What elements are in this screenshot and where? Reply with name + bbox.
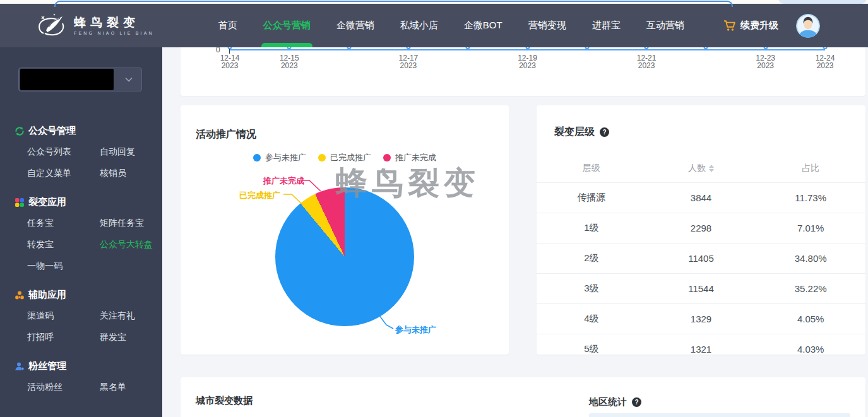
sidebar-section-粉丝管理: 粉丝管理活动粉丝黑名单 [0, 360, 162, 393]
table-cell: 1329 [646, 303, 756, 334]
table-cell: 11405 [646, 243, 756, 273]
cutoff-blue-button [778, 0, 867, 4]
sidebar-item-公众号大转盘[interactable]: 公众号大转盘 [100, 239, 162, 250]
table-row: 传播源384411.73% [537, 182, 865, 213]
sidebar-section-header: 公众号管理 [0, 125, 162, 137]
nav-item-营销变现[interactable]: 营销变现 [528, 4, 566, 47]
table-row: 3级1154435.22% [537, 273, 865, 303]
table-cell: 35.22% [756, 273, 865, 303]
logo-title: 蜂鸟裂变 [74, 16, 154, 30]
sidebar-section-items: 公众号列表自动回复自定义菜单核销员 [27, 146, 162, 179]
city-data-title: 城市裂变数据 [196, 395, 253, 407]
renew-upgrade-button[interactable]: 续费升级 [723, 20, 778, 32]
sidebar-section-辅助应用: 辅助应用渠道码关注有礼打招呼群发宝 [0, 289, 162, 343]
table-cell: 3844 [646, 182, 756, 213]
account-selector[interactable] [18, 68, 142, 91]
region-stats-title: 地区统计 ? [589, 396, 641, 408]
sidebar-item-核销员[interactable]: 核销员 [100, 168, 162, 179]
pie-label-not-promoted: 参与未推广 [395, 324, 436, 336]
column-header-层级: 层级 [537, 155, 646, 182]
legend-label: 推广未完成 [395, 152, 436, 163]
table-row: 5级13214.03% [537, 334, 865, 355]
table-row: 4级13294.05% [537, 303, 865, 334]
promotion-pie-card: 活动推广情况 参与未推广已完成推广推广未完成 推广未完成 已完成推广 参与未推广… [181, 105, 509, 355]
group-icon [15, 290, 25, 300]
x-tick-12-17: 12-172023 [388, 54, 429, 69]
region-table-header-bar [589, 413, 850, 417]
sidebar-sections: 公众号管理公众号列表自动回复自定义菜单核销员裂变应用任务宝矩阵任务宝转发宝公众号… [0, 108, 162, 393]
legend-item-推广未完成[interactable]: 推广未完成 [383, 152, 436, 163]
pie-label-completed: 已完成推广 [239, 190, 280, 201]
x-tick-12-19: 12-192023 [508, 54, 548, 69]
legend-item-已完成推广[interactable]: 已完成推广 [318, 152, 371, 163]
table-row: 1级22987.01% [537, 213, 865, 243]
help-icon[interactable]: ? [632, 397, 641, 407]
region-stats-title-text: 地区统计 [589, 396, 627, 408]
x-tick-12-21: 12-212023 [626, 54, 667, 69]
legend-dot [383, 154, 391, 162]
apps-icon [15, 197, 25, 208]
logo-text: 蜂鸟裂变 FENG NIAO LIE BIAN [74, 16, 154, 35]
sidebar-item-转发宝[interactable]: 转发宝 [27, 239, 100, 250]
sidebar-item-自动回复[interactable]: 自动回复 [100, 146, 162, 158]
app-screen: 蜂鸟裂变 FENG NIAO LIE BIAN 首页公众号营销企微营销私域小店企… [0, 0, 868, 417]
table-cell: 1级 [537, 213, 646, 243]
sidebar-item-活动粉丝[interactable]: 活动粉丝 [27, 382, 100, 393]
sidebar-item-一物一码[interactable]: 一物一码 [27, 261, 100, 272]
legend-dot [253, 154, 261, 162]
column-header-占比: 占比 [756, 155, 865, 182]
pie-label-incomplete: 推广未完成 [263, 175, 304, 187]
fission-level-title-text: 裂变层级 [554, 126, 595, 139]
sidebar-item-渠道码[interactable]: 渠道码 [27, 310, 100, 322]
nav-item-进群宝[interactable]: 进群宝 [592, 4, 621, 47]
account-selector-value [20, 69, 114, 90]
top-navbar: 蜂鸟裂变 FENG NIAO LIE BIAN 首页公众号营销企微营销私域小店企… [0, 4, 868, 47]
sidebar-section-title: 公众号管理 [28, 125, 76, 137]
sidebar-item-关注有礼[interactable]: 关注有礼 [100, 310, 162, 322]
pie-legend: 参与未推广已完成推广推广未完成 [181, 152, 509, 163]
trend-chart-card: 0 12-14202312-15202312-17202312-19202312… [181, 47, 865, 96]
table-header-row: 层级人数占比 [537, 155, 865, 182]
sidebar-item-公众号列表[interactable]: 公众号列表 [27, 146, 100, 158]
column-header-人数[interactable]: 人数 [646, 155, 756, 182]
nav-item-私域小店[interactable]: 私域小店 [400, 4, 438, 47]
sidebar-item-矩阵任务宝[interactable]: 矩阵任务宝 [100, 218, 162, 229]
nav-menu: 首页公众号营销企微营销私域小店企微BOT营销变现进群宝互动营销 [218, 4, 684, 47]
sidebar-item-任务宝[interactable]: 任务宝 [27, 218, 100, 229]
sidebar-section-title: 裂变应用 [28, 196, 66, 208]
sidebar-section-title: 辅助应用 [28, 289, 66, 301]
sidebar-section-title: 粉丝管理 [28, 360, 66, 372]
legend-item-参与未推广[interactable]: 参与未推广 [253, 152, 306, 163]
table-cell: 7.01% [756, 213, 865, 243]
sidebar-section-header: 粉丝管理 [0, 360, 162, 372]
nav-right: 续费升级 [723, 14, 820, 38]
chevron-down-icon [125, 77, 133, 82]
user-avatar[interactable] [796, 14, 820, 38]
sidebar-item-自定义菜单[interactable]: 自定义菜单 [27, 168, 100, 179]
sidebar-section-items: 渠道码关注有礼打招呼群发宝 [27, 310, 162, 343]
fission-level-table: 层级人数占比 传播源384411.73%1级22987.01%2级1140534… [537, 155, 865, 355]
sidebar-item-黑名单[interactable]: 黑名单 [100, 382, 162, 393]
nav-item-首页[interactable]: 首页 [218, 4, 237, 47]
table-cell: 4级 [537, 303, 646, 334]
promotion-pie-chart[interactable] [275, 187, 414, 326]
sidebar-section-header: 裂变应用 [0, 196, 162, 208]
nav-item-企微营销[interactable]: 企微营销 [336, 4, 374, 47]
promotion-card-title: 活动推广情况 [196, 128, 256, 141]
table-cell: 4.03% [756, 334, 865, 355]
table-row: 2级1140534.80% [537, 243, 865, 273]
nav-item-企微BOT[interactable]: 企微BOT [464, 4, 502, 47]
bottom-stats-card: 城市裂变数据 地区统计 ? [181, 377, 865, 417]
sidebar-item-打招呼[interactable]: 打招呼 [27, 332, 100, 343]
legend-label: 参与未推广 [265, 152, 306, 163]
table-cell: 传播源 [537, 182, 646, 213]
sidebar-section-items: 任务宝矩阵任务宝转发宝公众号大转盘一物一码 [27, 218, 162, 272]
nav-item-公众号营销[interactable]: 公众号营销 [263, 4, 311, 47]
sort-icon[interactable] [709, 165, 714, 172]
sidebar-section-items: 活动粉丝黑名单 [27, 382, 162, 393]
help-icon[interactable]: ? [600, 127, 609, 137]
nav-item-互动营销[interactable]: 互动营销 [646, 4, 684, 47]
logo[interactable]: 蜂鸟裂变 FENG NIAO LIE BIAN [35, 13, 154, 39]
fission-level-card: 裂变层级 ? 层级人数占比 传播源384411.73%1级22987.01%2级… [537, 105, 865, 355]
sidebar-item-群发宝[interactable]: 群发宝 [100, 332, 162, 343]
